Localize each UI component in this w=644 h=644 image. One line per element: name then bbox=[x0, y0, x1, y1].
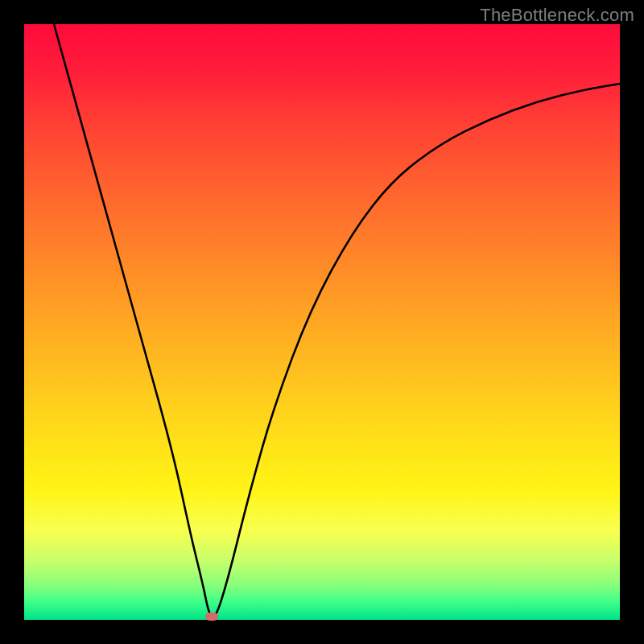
watermark-text: TheBottleneck.com bbox=[480, 5, 634, 26]
minimum-marker bbox=[205, 613, 218, 621]
curve-svg bbox=[24, 24, 620, 620]
chart-frame: TheBottleneck.com bbox=[0, 0, 644, 644]
plot-area bbox=[24, 24, 620, 620]
bottleneck-curve-path bbox=[54, 24, 620, 617]
